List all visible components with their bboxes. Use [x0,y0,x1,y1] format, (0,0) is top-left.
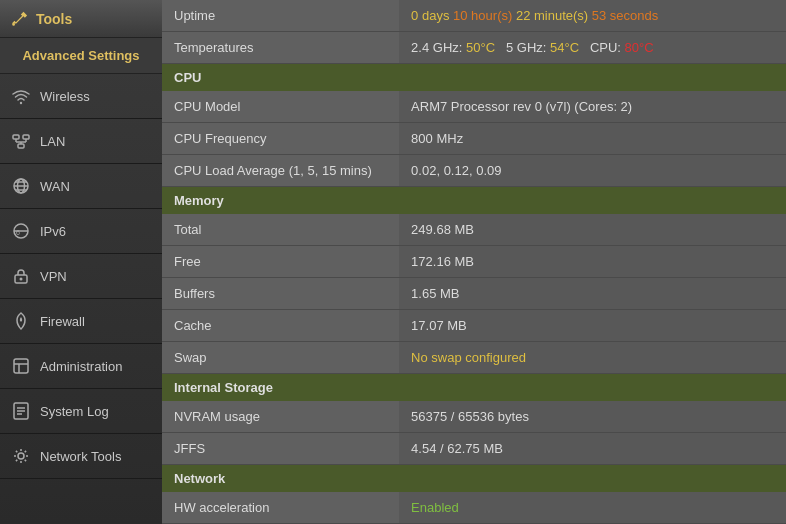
svg-point-1 [20,102,22,104]
mem-total-label: Total [162,214,399,246]
wireless-label: Wireless [40,89,90,104]
nvram-label: NVRAM usage [162,401,399,433]
svg-rect-3 [23,135,29,139]
sidebar-item-ipv6[interactable]: 6 IPv6 [0,209,162,254]
main-content: Uptime 0 days 10 hour(s) 22 minute(s) 53… [162,0,786,524]
sidebar-item-network-tools[interactable]: Network Tools [0,434,162,479]
svg-text:6: 6 [16,229,20,236]
cpu-load-label: CPU Load Average (1, 5, 15 mins) [162,155,399,187]
mem-free-row: Free 172.16 MB [162,246,786,278]
temp-24ghz-value: 50°C [466,40,495,55]
network-tools-label: Network Tools [40,449,121,464]
uptime-label: Uptime [162,0,399,32]
mem-free-value: 172.16 MB [399,246,786,278]
wireless-icon [10,85,32,107]
tools-header: Tools [0,0,162,38]
ipv6-label: IPv6 [40,224,66,239]
cpu-model-value: ARM7 Processor rev 0 (v7l) (Cores: 2) [399,91,786,123]
cpu-freq-value: 800 MHz [399,123,786,155]
temp-24ghz-label: 2.4 GHz: [411,40,462,55]
wan-icon [10,175,32,197]
vpn-icon [10,265,32,287]
uptime-days: 0 days [411,8,449,23]
svg-point-26 [18,453,24,459]
mem-cache-row: Cache 17.07 MB [162,310,786,342]
mem-swap-value: No swap configured [399,342,786,374]
mem-cache-value: 17.07 MB [399,310,786,342]
temp-cpu-label: CPU: [590,40,621,55]
uptime-hours: 10 hour(s) [453,8,512,23]
network-tools-icon [10,445,32,467]
mem-cache-label: Cache [162,310,399,342]
cpu-freq-row: CPU Frequency 800 MHz [162,123,786,155]
hw-accel-value: Enabled [399,492,786,524]
temp-5ghz-label: 5 GHz: [506,40,546,55]
mem-swap-label: Swap [162,342,399,374]
temperatures-row: Temperatures 2.4 GHz: 50°C 5 GHz: 54°C C… [162,32,786,64]
firewall-label: Firewall [40,314,85,329]
nvram-value: 56375 / 65536 bytes [399,401,786,433]
administration-label: Administration [40,359,122,374]
sidebar-item-vpn[interactable]: VPN [0,254,162,299]
svg-rect-4 [18,144,24,148]
sidebar-item-lan[interactable]: LAN [0,119,162,164]
memory-section-row: Memory [162,187,786,215]
sidebar-item-wan[interactable]: WAN [0,164,162,209]
mem-total-row: Total 249.68 MB [162,214,786,246]
temp-5ghz-value: 54°C [550,40,579,55]
temperatures-value: 2.4 GHz: 50°C 5 GHz: 54°C CPU: 80°C [399,32,786,64]
temperatures-label: Temperatures [162,32,399,64]
tools-icon [8,8,30,30]
cpu-load-row: CPU Load Average (1, 5, 15 mins) 0.02, 0… [162,155,786,187]
cpu-model-row: CPU Model ARM7 Processor rev 0 (v7l) (Co… [162,91,786,123]
uptime-minutes: 22 minute(s) [516,8,588,23]
hw-accel-label: HW acceleration [162,492,399,524]
cpu-section-header: CPU [162,64,786,92]
mem-free-label: Free [162,246,399,278]
hw-accel-row: HW acceleration Enabled [162,492,786,524]
system-log-label: System Log [40,404,109,419]
cpu-freq-label: CPU Frequency [162,123,399,155]
memory-section-header: Memory [162,187,786,215]
system-log-icon [10,400,32,422]
mem-total-value: 249.68 MB [399,214,786,246]
network-section-header: Network [162,465,786,493]
mem-buffers-row: Buffers 1.65 MB [162,278,786,310]
jffs-value: 4.54 / 62.75 MB [399,433,786,465]
svg-point-0 [12,23,15,26]
sidebar: Tools Advanced Settings Wireless [0,0,162,524]
nvram-row: NVRAM usage 56375 / 65536 bytes [162,401,786,433]
mem-swap-row: Swap No swap configured [162,342,786,374]
internal-storage-section-header: Internal Storage [162,374,786,402]
uptime-seconds: 53 seconds [592,8,659,23]
tools-label: Tools [36,11,72,27]
firewall-icon [10,310,32,332]
cpu-section-row: CPU [162,64,786,92]
cpu-model-label: CPU Model [162,91,399,123]
uptime-row: Uptime 0 days 10 hour(s) 22 minute(s) 53… [162,0,786,32]
mem-buffers-value: 1.65 MB [399,278,786,310]
svg-rect-2 [13,135,19,139]
sidebar-item-wireless[interactable]: Wireless [0,74,162,119]
sidebar-item-system-log[interactable]: System Log [0,389,162,434]
mem-buffers-label: Buffers [162,278,399,310]
wan-label: WAN [40,179,70,194]
jffs-label: JFFS [162,433,399,465]
svg-rect-19 [14,359,28,373]
temp-cpu-value: 80°C [625,40,654,55]
sidebar-item-firewall[interactable]: Firewall [0,299,162,344]
internal-storage-section-row: Internal Storage [162,374,786,402]
administration-icon [10,355,32,377]
network-section-row: Network [162,465,786,493]
uptime-value: 0 days 10 hour(s) 22 minute(s) 53 second… [399,0,786,32]
lan-icon [10,130,32,152]
vpn-label: VPN [40,269,67,284]
info-table: Uptime 0 days 10 hour(s) 22 minute(s) 53… [162,0,786,524]
cpu-load-value: 0.02, 0.12, 0.09 [399,155,786,187]
lan-label: LAN [40,134,65,149]
sidebar-item-administration[interactable]: Administration [0,344,162,389]
svg-point-18 [20,278,23,281]
jffs-row: JFFS 4.54 / 62.75 MB [162,433,786,465]
ipv6-icon: 6 [10,220,32,242]
advanced-settings-label: Advanced Settings [0,38,162,74]
